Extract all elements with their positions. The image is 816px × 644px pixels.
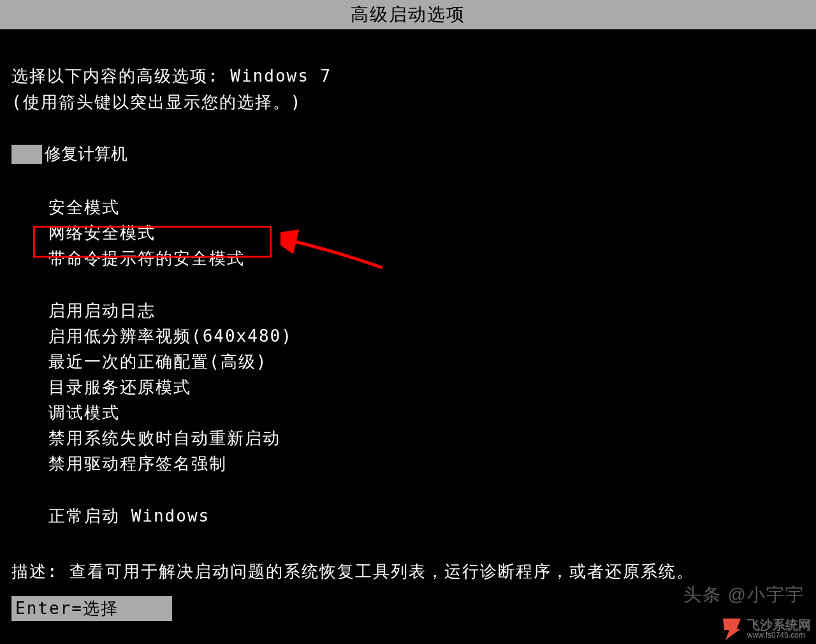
option-enable-boot-logging[interactable]: 启用启动日志 <box>48 298 805 323</box>
instruction-text: (使用箭头键以突出显示您的选择。) <box>11 92 302 112</box>
selection-highlight <box>11 145 42 164</box>
site-name: 飞沙系统网 <box>747 618 811 631</box>
description-label: 描述: <box>11 562 69 581</box>
option-low-res-video[interactable]: 启用低分辨率视频(640x480) <box>48 323 805 349</box>
description-row: 描述: 查看可用于解决启动问题的系统恢复工具列表，运行诊断程序，或者还原系统。 <box>11 560 805 583</box>
description-text: 查看可用于解决启动问题的系统恢复工具列表，运行诊断程序，或者还原系统。 <box>69 562 694 581</box>
watermark-author-text: 头条 @小宇宇 <box>683 585 805 604</box>
option-directory-restore[interactable]: 目录服务还原模式 <box>48 374 805 400</box>
watermark-site: 飞沙系统网 www.fs0745.com <box>718 616 811 641</box>
prompt-line: 选择以下内容的高级选项: Windows 7 <box>11 65 805 87</box>
footer-bar: Enter=选择 <box>11 596 172 621</box>
option-disable-driver-signing[interactable]: 禁用驱动程序签名强制 <box>48 451 805 476</box>
option-group-1: 安全模式 网络安全模式 带命令提示符的安全模式 <box>48 194 805 271</box>
option-disable-auto-restart[interactable]: 禁用系统失败时自动重新启动 <box>48 425 805 451</box>
option-safe-mode-command-prompt[interactable]: 带命令提示符的安全模式 <box>48 245 805 271</box>
option-debugging-mode[interactable]: 调试模式 <box>48 400 805 425</box>
option-last-known-good[interactable]: 最近一次的正确配置(高级) <box>48 349 805 374</box>
options-block: 修复计算机 <box>11 143 805 165</box>
watermark-author: 头条 @小宇宇 <box>683 583 805 607</box>
footer-enter-label: Enter=选择 <box>15 599 119 618</box>
site-text-block: 飞沙系统网 www.fs0745.com <box>747 618 811 639</box>
prompt-prefix: 选择以下内容的高级选项: <box>11 66 230 85</box>
option-start-normally[interactable]: 正常启动 Windows <box>48 503 805 529</box>
content-area: 选择以下内容的高级选项: Windows 7 (使用箭头键以突出显示您的选择。)… <box>0 29 816 583</box>
option-repair-computer[interactable]: 修复计算机 <box>45 143 127 165</box>
title-bar: 高级启动选项 <box>0 0 816 29</box>
svg-marker-1 <box>723 618 741 640</box>
site-url: www.fs0745.com <box>747 631 811 639</box>
option-group-2: 启用启动日志 启用低分辨率视频(640x480) 最近一次的正确配置(高级) 目… <box>48 298 805 476</box>
os-name: Windows 7 <box>230 66 332 85</box>
option-safe-mode-networking[interactable]: 网络安全模式 <box>48 220 805 245</box>
site-logo-icon <box>718 616 743 641</box>
page-title: 高级启动选项 <box>351 4 465 25</box>
option-group-3: 正常启动 Windows <box>48 503 805 529</box>
option-safe-mode[interactable]: 安全模式 <box>48 194 805 220</box>
instruction-line: (使用箭头键以突出显示您的选择。) <box>11 91 805 113</box>
